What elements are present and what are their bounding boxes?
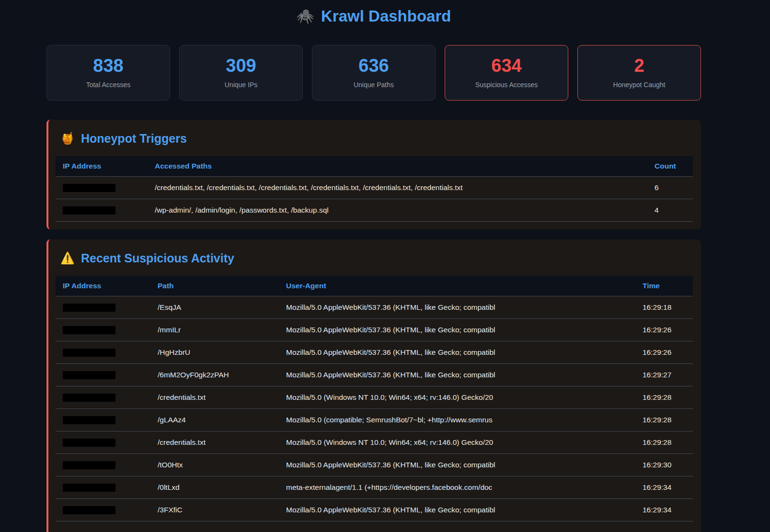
user-agent-cell: meta-externalagent/1.1 (+https://develop… [279,476,635,499]
path-cell: /0ltLxd [150,476,279,499]
honeypot-title-text: Honeypot Triggers [81,130,187,147]
activity-title-text: Recent Suspicious Activity [81,250,234,266]
user-agent-cell: Mozilla/5.0 AppleWebKit/537.36 (KHTML, l… [279,319,635,341]
ip-address-cell [56,476,150,499]
stat-label: Suspicious Accesses [450,81,563,89]
column-header-accessed-paths: Accessed Paths [148,156,647,177]
time-cell: 16:29:26 [635,319,693,341]
stat-value: 838 [52,56,165,75]
redacted-ip-bar [63,394,115,402]
redacted-ip-bar [63,461,115,469]
activity-table-row: /mmILr Mozilla/5.0 AppleWebKit/537.36 (K… [56,319,693,341]
spider-icon: 🕷️ [297,9,314,23]
accessed-paths-cell: /wp-admin/, /admin/login, /passwords.txt… [148,199,647,222]
count-cell: 6 [647,177,693,199]
user-agent-cell: Mozilla/5.0 (Windows NT 10.0; Win64; x64… [279,386,635,409]
path-cell: /tO0Htx [150,454,279,476]
activity-table-row: /credentials.txt Mozilla/5.0 (Windows NT… [56,431,693,454]
redacted-ip-bar [63,506,115,514]
stat-card: 636 Unique Paths [312,45,436,101]
path-cell: /6mM2OyF0gk2zPAH [150,364,279,386]
redacted-ip-bar [63,184,115,192]
page-title: 🕷️ Krawl Dashboard [297,6,451,27]
path-cell: /EsqJA [150,296,279,319]
ip-address-cell [56,431,150,454]
path-cell: /HgHzbrU [150,341,279,364]
time-cell: 16:29:27 [635,364,693,386]
time-cell: 16:29:18 [635,296,693,319]
redacted-ip-bar [63,326,115,334]
activity-table-row: /0ltLxd meta-externalagent/1.1 (+https:/… [56,476,693,499]
honeypot-table-row: /credentials.txt, /credentials.txt, /cre… [56,177,693,199]
activity-table-row: /3FXfiC Mozilla/5.0 AppleWebKit/537.36 (… [56,499,693,521]
activity-table-row: /EsqJA Mozilla/5.0 AppleWebKit/537.36 (K… [56,296,693,319]
ip-address-cell [56,386,150,409]
column-header-time: Time [635,276,693,296]
stat-card: 634 Suspicious Accesses [445,45,568,101]
stat-value: 636 [317,56,430,75]
activity-table-row: /credentials.txt Mozilla/5.0 (Windows NT… [56,386,693,409]
column-header-ip-address: IP Address [56,276,150,296]
ip-address-cell [56,409,150,431]
suspicious-activity-title: ⚠️ Recent Suspicious Activity [60,250,693,266]
activity-table-row: /tO0Htx Mozilla/5.0 AppleWebKit/537.36 (… [56,454,693,476]
path-cell: /credentials.txt [150,386,279,409]
stats-row: 838 Total Accesses 309 Unique IPs 636 Un… [46,45,701,101]
column-header-count: Count [647,156,693,177]
honeypot-icon: 🍯 [60,133,75,144]
path-cell: /mmILr [150,319,279,341]
ip-address-cell [56,454,150,476]
suspicious-activity-panel: ⚠️ Recent Suspicious Activity IP Address… [46,239,701,532]
redacted-ip-bar [63,206,115,215]
redacted-ip-bar [63,371,115,379]
warning-icon: ⚠️ [60,252,75,264]
column-header-path: Path [150,276,279,296]
user-agent-cell: Mozilla/5.0 AppleWebKit/537.36 (KHTML, l… [279,499,635,521]
time-cell: 16:29:34 [635,476,693,499]
stat-label: Honeypot Caught [583,81,696,89]
path-cell: /gLAAz4 [150,409,279,431]
page-title-text: Krawl Dashboard [321,6,451,27]
ip-address-cell [56,319,150,341]
user-agent-cell: Mozilla/5.0 (Windows NT 10.0; Win64; x64… [279,431,635,454]
suspicious-activity-table: IP Address Path User-Agent Time /EsqJA M… [56,276,693,521]
ip-address-cell [56,341,150,364]
honeypot-table-row: /wp-admin/, /admin/login, /passwords.txt… [56,199,693,222]
redacted-ip-bar [63,439,115,447]
ip-address-cell [56,364,150,386]
column-header-user-agent: User-Agent [279,276,635,296]
stat-card: 309 Unique IPs [179,45,303,101]
column-header-ip-address: IP Address [56,156,148,177]
redacted-ip-bar [63,416,115,424]
time-cell: 16:29:34 [635,499,693,521]
stat-label: Unique Paths [317,81,430,89]
honeypot-table-header-row: IP Address Accessed Paths Count [56,156,693,177]
time-cell: 16:29:26 [635,341,693,364]
time-cell: 16:29:28 [635,431,693,454]
time-cell: 16:29:28 [635,409,693,431]
user-agent-cell: Mozilla/5.0 AppleWebKit/537.36 (KHTML, l… [279,341,635,364]
stat-value: 309 [184,56,298,75]
user-agent-cell: Mozilla/5.0 AppleWebKit/537.36 (KHTML, l… [279,296,635,319]
stat-card: 2 Honeypot Caught [577,45,701,101]
accessed-paths-cell: /credentials.txt, /credentials.txt, /cre… [148,177,647,199]
activity-table-row: /HgHzbrU Mozilla/5.0 AppleWebKit/537.36 … [56,341,693,364]
user-agent-cell: Mozilla/5.0 AppleWebKit/537.36 (KHTML, l… [279,454,635,476]
redacted-ip-bar [63,484,115,492]
page-header: 🕷️ Krawl Dashboard [46,6,701,27]
path-cell: /3FXfiC [150,499,279,521]
ip-address-cell [56,177,148,199]
ip-address-cell [56,296,150,319]
honeypot-triggers-title: 🍯 Honeypot Triggers [60,130,693,147]
redacted-ip-bar [63,349,115,357]
honeypot-table: IP Address Accessed Paths Count /credent… [56,156,693,222]
stat-card: 838 Total Accesses [46,45,170,101]
count-cell: 4 [647,199,693,222]
time-cell: 16:29:28 [635,386,693,409]
ip-address-cell [56,499,150,521]
user-agent-cell: Mozilla/5.0 AppleWebKit/537.36 (KHTML, l… [279,364,635,386]
activity-table-row: /6mM2OyF0gk2zPAH Mozilla/5.0 AppleWebKit… [56,364,693,386]
stat-value: 634 [450,56,563,75]
stat-label: Unique IPs [184,81,298,89]
redacted-ip-bar [63,304,115,312]
